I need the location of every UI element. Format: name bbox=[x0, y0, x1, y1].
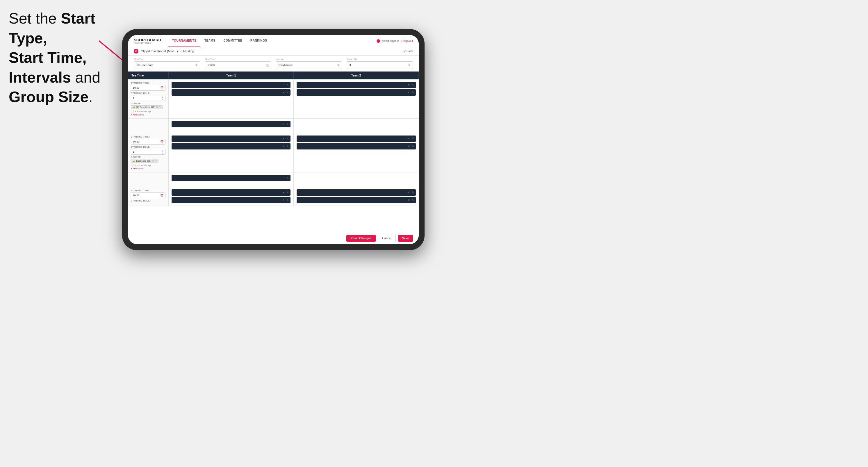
hole-stepper-2[interactable]: ▲ ▼ bbox=[161, 150, 163, 154]
intervals-group: Intervals 10 Minutes bbox=[276, 58, 342, 69]
player-x-3-3[interactable]: ✕ bbox=[408, 191, 410, 194]
group-size-select[interactable]: 3 bbox=[347, 61, 413, 69]
reset-changes-button[interactable]: Reset Changes bbox=[346, 235, 375, 242]
player-edit-2-2[interactable]: ✎ bbox=[286, 145, 289, 148]
remove-group-link-1[interactable]: Remove Group bbox=[131, 110, 165, 113]
starting-hole-label-1: STARTING HOLE: bbox=[131, 92, 165, 94]
instruction-text: Set the Start Type, Start Time, Interval… bbox=[9, 9, 107, 107]
group-1b-left bbox=[128, 119, 169, 133]
course-label-2: COURSE: bbox=[131, 156, 165, 158]
player-edit-1-2[interactable]: ✎ bbox=[286, 91, 289, 94]
spinner-2 bbox=[131, 164, 134, 167]
player-x-2-3[interactable]: ✕ bbox=[408, 137, 410, 140]
player-x-3-4[interactable]: ✕ bbox=[408, 198, 410, 201]
starting-time-input-1[interactable]: 10:00 ⏰ bbox=[131, 85, 165, 91]
instruction-line1: Set the Start Type, bbox=[9, 10, 95, 46]
player-x-2-1[interactable]: ✕ bbox=[282, 137, 285, 140]
intervals-select[interactable]: 10 Minutes bbox=[276, 61, 342, 69]
save-button[interactable]: Save bbox=[398, 235, 413, 242]
nav-tabs: TOURNAMENTS TEAMS COMMITTEE RANKINGS bbox=[168, 35, 377, 47]
starting-hole-input-2[interactable]: 1 ▲ ▼ bbox=[131, 149, 165, 155]
player-edit-1b-1[interactable]: ✎ bbox=[286, 123, 289, 126]
user-email: blair@clippd.io bbox=[382, 39, 399, 42]
group-3-left: STARTING TIME: 10:20 ⏰ STARTING HOLE: bbox=[128, 187, 169, 206]
nav-tab-tournaments[interactable]: TOURNAMENTS bbox=[168, 35, 200, 47]
bottom-bar: Reset Changes Cancel Save bbox=[128, 232, 419, 244]
nav-bar: SCOREBOARD Powered by clipp.io TOURNAMEN… bbox=[128, 35, 419, 47]
back-button[interactable]: < Back bbox=[404, 50, 413, 53]
player-edit-3-4[interactable]: ✎ bbox=[412, 198, 414, 201]
player-edit-2-1[interactable]: ✎ bbox=[286, 137, 289, 140]
course-edit-1[interactable]: ✎ bbox=[159, 106, 161, 108]
player-x-3-1[interactable]: ✕ bbox=[282, 191, 285, 194]
nav-tab-teams[interactable]: TEAMS bbox=[200, 35, 220, 47]
user-avatar-dot bbox=[377, 39, 380, 43]
starting-time-input-2[interactable]: 10:10 ⏰ bbox=[131, 139, 165, 145]
player-edit-1-3[interactable]: ✎ bbox=[412, 84, 414, 86]
start-type-label: Start Type bbox=[134, 58, 200, 61]
player-edit-1-1[interactable]: ✎ bbox=[286, 84, 289, 86]
tournament-icon: C bbox=[134, 49, 138, 54]
player-x-1-2[interactable]: ✕ bbox=[282, 91, 285, 94]
player-x-1-3[interactable]: ✕ bbox=[408, 84, 410, 86]
group-1b-team2 bbox=[294, 119, 419, 133]
remove-group-link-2[interactable]: Remove Group bbox=[131, 164, 165, 167]
group-2b-left bbox=[128, 173, 169, 187]
player-edit-2b-1[interactable]: ✎ bbox=[286, 177, 289, 179]
player-edit-3-1[interactable]: ✎ bbox=[286, 191, 289, 194]
player-x-2-4[interactable]: ✕ bbox=[408, 145, 410, 148]
course-edit-2[interactable]: ✎ bbox=[155, 160, 157, 162]
player-x-2b-1[interactable]: ✕ bbox=[282, 177, 285, 179]
player-edit-1-4[interactable]: ✎ bbox=[412, 91, 414, 94]
course-tag-1: ⛳ (A) Peachtree GC ✕ ✎ bbox=[131, 105, 162, 109]
player-x-1-4[interactable]: ✕ bbox=[408, 91, 410, 94]
hole-stepper-1[interactable]: ▲ ▼ bbox=[161, 96, 163, 100]
player-edit-2-3[interactable]: ✎ bbox=[412, 137, 414, 140]
sub-header-subtitle: Hosting bbox=[183, 50, 194, 53]
start-type-select[interactable]: 1st Tee Start bbox=[134, 61, 200, 69]
controls-row: Start Type 1st Tee Start Start Time 🕙 In… bbox=[128, 56, 419, 71]
tablet-screen: SCOREBOARD Powered by clipp.io TOURNAMEN… bbox=[128, 35, 419, 244]
nav-tab-committee[interactable]: COMMITTEE bbox=[220, 35, 247, 47]
logo: SCOREBOARD Powered by clipp.io bbox=[134, 38, 161, 44]
player-x-2-2[interactable]: ✕ bbox=[282, 145, 285, 148]
player-slot-1-4: ✕ ✎ bbox=[297, 89, 416, 96]
remove-course-x-2[interactable]: ✕ bbox=[152, 160, 154, 162]
add-group-link-1[interactable]: + Add Group bbox=[131, 114, 165, 116]
group-row-3: STARTING TIME: 10:20 ⏰ STARTING HOLE: ✕ … bbox=[128, 187, 419, 206]
intervals-label: Intervals bbox=[276, 58, 342, 61]
player-slot-2b-1: ✕ ✎ bbox=[172, 175, 290, 181]
starting-hole-input-1[interactable]: 1 ▲ ▼ bbox=[131, 95, 165, 101]
player-edit-3-2[interactable]: ✎ bbox=[286, 198, 289, 201]
player-edit-2-4[interactable]: ✎ bbox=[412, 145, 414, 148]
course-name-2: East Lake GC bbox=[136, 160, 151, 162]
starting-hole-label-3: STARTING HOLE: bbox=[131, 199, 165, 202]
player-slot-2-4: ✕ ✎ bbox=[297, 143, 416, 150]
starting-hole-label-2: STARTING HOLE: bbox=[131, 146, 165, 148]
player-slot-2-1: ✕ ✎ bbox=[172, 135, 290, 142]
bold-intervals: Intervals bbox=[9, 69, 71, 86]
player-x-3-2[interactable]: ✕ bbox=[282, 198, 285, 201]
group-1-team1: ✕ ✎ ✕ ✎ bbox=[169, 80, 294, 118]
player-slot-2-3: ✕ ✎ bbox=[297, 135, 416, 142]
nav-tab-rankings[interactable]: RANKINGS bbox=[246, 35, 271, 47]
clock-icon: 🕙 bbox=[266, 64, 269, 67]
course-name-1: (A) Peachtree GC bbox=[136, 106, 155, 108]
bold-start-time: Start Time, bbox=[9, 49, 87, 66]
bold-group-size: Group Size bbox=[9, 88, 88, 105]
player-slot-3-1: ✕ ✎ bbox=[172, 189, 290, 196]
starting-time-label-3: STARTING TIME: bbox=[131, 189, 165, 192]
player-x-1-1[interactable]: ✕ bbox=[282, 84, 285, 86]
cancel-button[interactable]: Cancel bbox=[378, 235, 396, 242]
player-slot-1b-1: ✕ ✎ bbox=[172, 121, 290, 127]
starting-time-input-3[interactable]: 10:20 ⏰ bbox=[131, 192, 165, 198]
player-slot-2-2: ✕ ✎ bbox=[172, 143, 290, 150]
group-2b-team2 bbox=[294, 173, 419, 187]
player-x-1b-1[interactable]: ✕ bbox=[282, 123, 285, 126]
starting-time-label-1: STARTING TIME: bbox=[131, 82, 165, 84]
sign-out-link[interactable]: Sign out bbox=[403, 39, 413, 42]
add-group-link-2[interactable]: + Add Group bbox=[131, 167, 165, 170]
start-time-input[interactable] bbox=[205, 61, 271, 69]
player-edit-3-3[interactable]: ✎ bbox=[412, 191, 414, 194]
remove-course-x-1[interactable]: ✕ bbox=[156, 106, 158, 108]
